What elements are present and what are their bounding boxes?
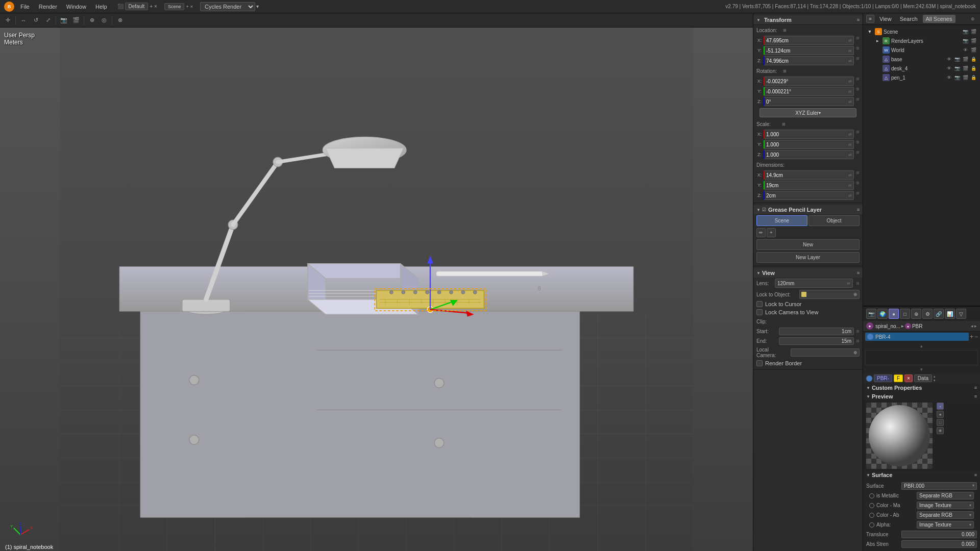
preview-cube-btn[interactable]: □ — [937, 419, 944, 426]
color-ab-value[interactable]: Separate RGB ▾ — [917, 511, 974, 519]
tree-item-world[interactable]: W World 👁 🎬 — [863, 45, 980, 55]
world-expand-icon[interactable] — [874, 46, 881, 54]
gp-new-layer-btn[interactable]: New Layer — [756, 252, 860, 263]
tool-render-icon[interactable]: 🎬 — [70, 15, 82, 26]
mat-f-btn[interactable]: F — [894, 374, 903, 382]
scene-expand-icon[interactable]: ▼ — [866, 28, 873, 35]
outliner-search-btn[interactable]: Search — [897, 15, 921, 23]
outliner-view-btn[interactable]: View — [876, 15, 895, 23]
transform-options-icon[interactable]: ≡ — [857, 17, 860, 22]
desk4-render-icon[interactable]: 🎬 — [962, 65, 969, 72]
preview-sphere-btn[interactable]: ● — [937, 403, 944, 410]
scale-y-copy[interactable]: ⊞ — [856, 140, 860, 149]
gp-new-btn[interactable]: New — [756, 239, 860, 250]
material-list-item[interactable]: PBR-4 — [865, 333, 969, 341]
gp-draw-icon[interactable]: ✏ — [756, 228, 766, 237]
pen1-lock-icon[interactable]: 🔒 — [970, 74, 977, 81]
desk4-lock-icon[interactable]: 🔒 — [970, 65, 977, 72]
transluce-value[interactable]: 0.000 — [901, 531, 977, 538]
abs-stren-value[interactable]: 0.000 — [901, 540, 977, 548]
surface-toggle[interactable]: ▼ — [866, 473, 870, 478]
tree-item-scene[interactable]: ▼ S Scene 📷 🎬 — [863, 27, 980, 36]
gp-checkbox[interactable]: ☑ — [762, 207, 766, 212]
scene-render-icon[interactable]: 🎬 — [970, 28, 977, 35]
custom-props-toggle[interactable]: ▼ — [866, 386, 870, 390]
mat-type-physics[interactable]: ⚙ — [922, 309, 933, 319]
gp-scene-btn[interactable]: Scene — [756, 215, 807, 226]
scale-x-copy[interactable]: ⊞ — [856, 130, 860, 139]
mat-x-btn[interactable]: × — [904, 374, 913, 382]
pen1-render-icon[interactable]: 🎬 — [962, 74, 969, 81]
rotation-z-field[interactable]: 0° ⇄ — [764, 97, 854, 106]
rotation-copy-btn[interactable]: ⊞ — [783, 69, 787, 73]
mat-data-arrow-down[interactable]: ▾ — [934, 379, 936, 382]
mat-path-left[interactable]: ◂ — [971, 323, 973, 329]
preview-toggle[interactable]: ▼ — [866, 394, 870, 399]
lock-cursor-checkbox[interactable] — [756, 301, 763, 307]
tool-select-icon[interactable]: ✛ — [2, 15, 13, 26]
lens-copy-btn[interactable]: ⊞ — [856, 281, 860, 286]
is-metallic-value[interactable]: Separate RGB ▾ — [917, 492, 974, 499]
mat-type-world[interactable]: 🌍 — [877, 309, 888, 319]
mat-type-object[interactable]: ▽ — [956, 309, 966, 319]
scale-y-field[interactable]: 1.000 ⇄ — [764, 140, 854, 149]
color-ma-dot[interactable] — [869, 503, 874, 508]
location-copy-btn[interactable]: ⊞ — [783, 28, 787, 33]
tool-mirror-icon[interactable]: ⊗ — [114, 15, 126, 26]
mat-type-material[interactable]: ● — [889, 309, 899, 319]
mat-type-texture[interactable]: □ — [900, 309, 910, 319]
desk4-expand-icon[interactable] — [874, 65, 881, 72]
location-y-field[interactable]: -51.124cm ⇄ — [764, 46, 854, 55]
world-vis-icon[interactable]: 👁 — [962, 46, 969, 54]
base-render-icon[interactable]: 🎬 — [962, 56, 969, 63]
mat-path-right[interactable]: ▸ — [974, 323, 977, 329]
base-camera-icon[interactable]: 📷 — [953, 56, 961, 63]
rotation-x-copy[interactable]: ⊞ — [856, 77, 860, 86]
menu-window[interactable]: Window — [63, 3, 89, 11]
lock-object-picker-icon[interactable]: ⊕ — [853, 292, 857, 297]
base-lock-icon[interactable]: 🔒 — [970, 56, 977, 63]
view-header[interactable]: ▼ View ≡ — [753, 268, 863, 278]
scale-copy-btn[interactable]: ⊞ — [782, 122, 786, 127]
renderlayers-camera-icon[interactable]: 📷 — [962, 37, 969, 44]
surface-options[interactable]: ≡ — [974, 472, 977, 478]
clip-start-copy[interactable]: ⊞ — [856, 329, 860, 334]
menu-help[interactable]: Help — [92, 3, 110, 11]
pen1-vis-icon[interactable]: 👁 — [945, 74, 952, 81]
tool-proportional-icon[interactable]: ◎ — [99, 15, 110, 26]
mat-type-particles[interactable]: ⊛ — [911, 309, 921, 319]
pen1-expand-icon[interactable] — [874, 74, 881, 81]
custom-props-options[interactable]: ≡ — [974, 385, 977, 390]
local-camera-picker[interactable]: ⊕ — [853, 350, 857, 355]
scale-z-copy[interactable]: ⊞ — [856, 150, 860, 159]
local-camera-field[interactable]: ⊕ — [791, 348, 860, 357]
outliner-filter-icon[interactable]: ⊕ — [969, 15, 977, 23]
mat-scroll-up[interactable]: ▴ — [863, 342, 980, 350]
tree-item-renderlayers[interactable]: ▸ R RenderLayers 📷 🎬 — [863, 36, 980, 45]
mat-scroll-down[interactable]: ▾ — [863, 365, 980, 373]
world-render-icon[interactable]: 🎬 — [970, 46, 977, 54]
rotation-y-copy[interactable]: ⊞ — [856, 87, 860, 96]
mat-list-remove-btn[interactable]: − — [974, 333, 978, 340]
location-z-field[interactable]: 74.996cm ⇄ — [764, 56, 854, 65]
renderlayers-expand-icon[interactable]: ▸ — [874, 37, 881, 44]
alpha-dot[interactable] — [869, 522, 874, 528]
render-border-checkbox[interactable] — [756, 360, 763, 366]
rotation-mode-field[interactable]: XYZ Euler ▾ — [760, 108, 856, 117]
dim-y-copy[interactable]: ⊞ — [856, 181, 860, 190]
dim-z-copy[interactable]: ⊞ — [856, 191, 860, 200]
color-ab-dot[interactable] — [869, 513, 874, 518]
scale-x-field[interactable]: 1.000 ⇄ — [764, 130, 854, 139]
scale-z-field[interactable]: 1.000 ⇄ — [764, 150, 854, 159]
clip-end-copy[interactable]: ⊞ — [856, 339, 860, 343]
viewport-3d[interactable]: ✛ ↔ ↺ ⤢ 📷 🎬 ⊕ ◎ ⊗ — [0, 13, 753, 551]
base-expand-icon[interactable] — [874, 56, 881, 63]
outliner-allscenes-btn[interactable]: All Scenes — [923, 15, 955, 23]
view-toggle-arrow[interactable]: ▼ — [756, 271, 761, 276]
gp-options-icon[interactable]: ≡ — [857, 207, 860, 212]
dim-x-field[interactable]: 14.9cm ⇄ — [764, 170, 854, 180]
is-metallic-dot[interactable] — [869, 493, 874, 498]
preview-options[interactable]: ≡ — [974, 394, 977, 399]
custom-properties-header[interactable]: ▼ Custom Properties ≡ — [863, 383, 980, 392]
location-y-copy[interactable]: ⊞ — [856, 46, 860, 55]
